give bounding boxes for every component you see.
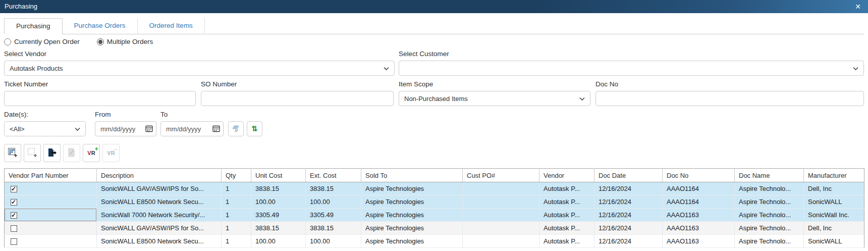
table-cell: Aspire Technolo... (735, 209, 804, 222)
table-cell: 100.00 (306, 195, 361, 209)
tab-bar: PurchasingPurchase OrdersOrdered Items (4, 18, 864, 34)
table-cell: SonicWall 7000 Network Security/... (97, 209, 222, 222)
radio-input-multiple-orders[interactable] (97, 38, 104, 45)
calendar-icon[interactable] (212, 125, 220, 132)
export-document-button[interactable] (43, 144, 61, 162)
table-cell: 3838.15 (251, 182, 306, 195)
row-checkbox[interactable] (11, 199, 17, 206)
table-cell: 1 (222, 209, 251, 222)
grid-toolbar: VR+ VR→ (4, 144, 864, 162)
radio-multiple-orders[interactable]: Multiple Orders (97, 38, 153, 45)
table-cell: 100.00 (251, 235, 306, 248)
table-cell: SonicWALL (804, 195, 864, 209)
row-checkbox[interactable] (11, 238, 17, 245)
row-checkbox[interactable] (11, 186, 17, 192)
column-header-doc-name[interactable]: Doc Name (735, 169, 804, 182)
table-cell: Aspire Technologies (361, 235, 463, 248)
table-row[interactable]: SonicWall 7000 Network Security/...13305… (5, 209, 864, 222)
table-cell: 12/16/2024 (594, 235, 663, 248)
table-cell: 3838.15 (306, 182, 361, 195)
refresh-button[interactable]: ⇅ (247, 121, 262, 136)
table-cell: SonicWALL GAV/ASW/IPS for So... (97, 182, 222, 195)
radio-currently-open-order[interactable]: Currently Open Order (4, 38, 80, 45)
doc-no-input[interactable] (595, 91, 864, 106)
dates-label: Date(s): (4, 111, 86, 118)
table-cell: Autotask P... (539, 209, 594, 222)
table-cell: Autotask P... (539, 195, 594, 209)
radio-input-currently-open-order[interactable] (4, 38, 11, 45)
customer-select[interactable] (399, 61, 864, 76)
table-row[interactable]: SonicWALL GAV/ASW/IPS for So...13838.153… (5, 222, 864, 235)
vendor-receipt-add-icon: VR+ (87, 150, 95, 156)
table-cell: Autotask P... (539, 222, 594, 235)
table-cell: 3305.49 (306, 209, 361, 222)
table-cell: 1 (222, 235, 251, 248)
column-header-description[interactable]: Description (97, 169, 222, 182)
clear-filter-button[interactable] (228, 121, 244, 136)
refresh-icon: ⇅ (251, 124, 258, 133)
row-checkbox[interactable] (11, 225, 17, 232)
tab-purchase-orders[interactable]: Purchase Orders (63, 18, 138, 33)
table-cell: AAAO1164 (663, 182, 735, 195)
table-row[interactable]: SonicWALL E8500 Network Secu...1100.0010… (5, 235, 864, 248)
column-header-qty[interactable]: Qty (222, 169, 251, 182)
table-row[interactable]: SonicWALL GAV/ASW/IPS for So...13838.153… (5, 182, 864, 195)
column-header-manufacturer[interactable]: Manufacturer (804, 169, 864, 182)
table-cell: 12/16/2024 (594, 209, 663, 222)
tab-purchasing[interactable]: Purchasing (4, 18, 63, 34)
table-cell: 12/16/2024 (594, 195, 663, 209)
calendar-icon[interactable] (145, 125, 153, 132)
column-header-cust-po[interactable]: Cust PO# (463, 169, 539, 182)
window-titlebar: Purchasing ✕ (0, 0, 868, 13)
close-icon[interactable]: ✕ (855, 0, 861, 13)
ticket-number-input[interactable] (4, 91, 196, 106)
ticket-number-label: Ticket Number (4, 80, 196, 88)
so-number-input[interactable] (201, 91, 394, 106)
item-scope-select-value: Non-Purchased Items (404, 95, 468, 103)
edit-document-button[interactable] (63, 144, 80, 162)
row-checkbox[interactable] (11, 212, 17, 219)
customer-label: Select Customer (399, 50, 864, 58)
item-scope-select[interactable]: Non-Purchased Items (399, 91, 590, 106)
row-select-cell (5, 209, 97, 222)
tab-ordered-items[interactable]: Ordered Items (138, 18, 205, 33)
table-cell: 3305.49 (251, 209, 306, 222)
clear-selection-icon (27, 147, 37, 159)
chevron-down-icon (579, 97, 585, 101)
table-cell: Aspire Technolo... (735, 235, 804, 248)
add-vendor-receipt-button[interactable]: VR+ (83, 144, 100, 162)
column-header-doc-date[interactable]: Doc Date (594, 169, 663, 182)
table-cell: SonicWALL (804, 235, 864, 248)
column-header-ext-cost[interactable]: Ext. Cost (306, 169, 361, 182)
table-cell: Dell, Inc (804, 182, 864, 195)
table-cell: SonicWALL E8500 Network Secu... (97, 195, 222, 209)
export-document-icon (47, 147, 57, 159)
column-header-doc-no[interactable]: Doc No (663, 169, 735, 182)
clear-selection-button[interactable] (24, 144, 41, 162)
row-select-cell (5, 235, 97, 248)
row-select-cell (5, 222, 97, 235)
select-all-button[interactable] (4, 144, 21, 162)
table-row[interactable]: SonicWALL E8500 Network Secu...1100.0010… (5, 195, 864, 209)
table-cell: SonicWALL E8500 Network Secu... (97, 235, 222, 248)
table-cell: SonicWALL GAV/ASW/IPS for So... (97, 222, 222, 235)
table-cell: Aspire Technolo... (735, 195, 804, 209)
table-cell: Aspire Technolo... (735, 222, 804, 235)
table-cell (463, 222, 539, 235)
column-header-unit-cost[interactable]: Unit Cost (251, 169, 306, 182)
table-cell: SonicWall Inc. (804, 209, 864, 222)
vendor-select[interactable]: Autotask Products (4, 61, 395, 76)
table-cell: 12/16/2024 (594, 182, 663, 195)
table-cell: Autotask P... (539, 182, 594, 195)
select-all-grid-icon (8, 147, 18, 159)
table-cell: Aspire Technologies (361, 182, 463, 195)
table-cell: Aspire Technologies (361, 209, 463, 222)
column-header-vendor[interactable]: Vendor (539, 169, 594, 182)
table-cell (463, 235, 539, 248)
column-header-sold-to[interactable]: Sold To (361, 169, 463, 182)
date-from-label: From (95, 111, 156, 118)
column-header-vendor-part-number[interactable]: Vendor Part Number (5, 169, 97, 182)
item-scope-label: Item Scope (399, 80, 590, 88)
send-vendor-receipt-button[interactable]: VR→ (102, 144, 120, 162)
dates-select[interactable]: <All> (4, 121, 86, 136)
